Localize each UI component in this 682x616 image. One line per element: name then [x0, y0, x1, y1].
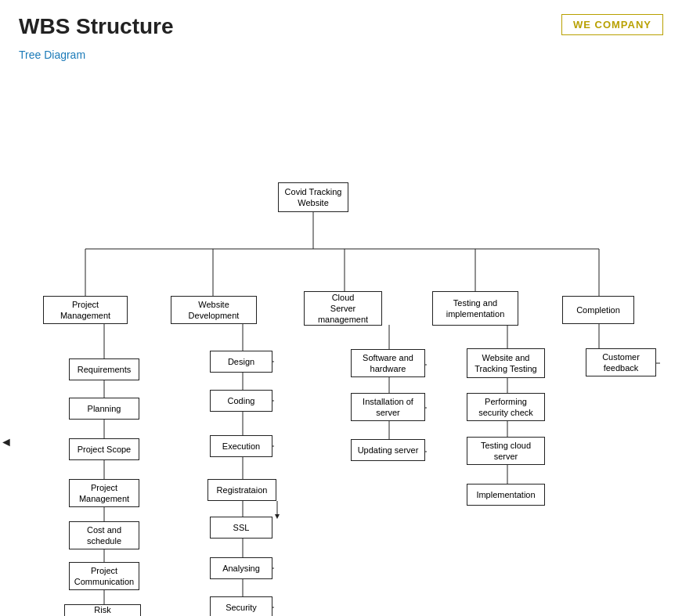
risk-box: Risk Management	[64, 604, 141, 616]
pmgmt-box: ProjectManagement	[69, 479, 139, 507]
root-box: Covid TrackingWebsite	[278, 182, 348, 212]
reg-box: Registrataion	[207, 479, 276, 501]
ssl-box: SSL	[210, 517, 272, 539]
scope-box: Project Scope	[69, 438, 139, 460]
wtt-box: Website andTracking Testing	[467, 348, 545, 378]
sw-box: Software andhardware	[351, 349, 425, 377]
impl-box: Implementation	[467, 484, 545, 506]
left-arrow-indicator: ◄	[0, 435, 13, 449]
wd-box: Website Development	[171, 296, 257, 324]
exec-box: Execution	[210, 435, 272, 457]
coding-box: Coding	[210, 390, 272, 412]
comp-box: Completion	[562, 296, 634, 324]
inst-box: Installation ofserver	[351, 393, 425, 421]
cf-box: Customerfeedback	[586, 348, 656, 376]
company-badge: WE COMPANY	[561, 14, 663, 35]
header: WBS Structure WE COMPANY	[0, 0, 682, 39]
ti-box: Testing andimplementation	[432, 291, 518, 326]
plan-box: Planning	[69, 398, 139, 420]
sec-box: Security	[210, 596, 272, 616]
diagram-area: Covid TrackingWebsite Project Management…	[0, 69, 682, 609]
design-box: Design	[210, 351, 272, 373]
psc-box: Performingsecurity check	[467, 393, 545, 421]
pm-box: Project Management	[43, 296, 128, 324]
anal-box: Analysing	[210, 557, 272, 579]
subtitle: Tree Diagram	[0, 39, 682, 61]
csm-box: CloudServer management	[304, 291, 382, 326]
cost-box: Cost andschedule	[69, 521, 139, 549]
comm-box: ProjectCommunication	[69, 562, 139, 590]
req-box: Requirements	[69, 358, 139, 380]
upd-box: Updating server	[351, 439, 425, 461]
page-title: WBS Structure	[19, 14, 174, 39]
tcs-box: Testing cloudserver	[467, 437, 545, 465]
